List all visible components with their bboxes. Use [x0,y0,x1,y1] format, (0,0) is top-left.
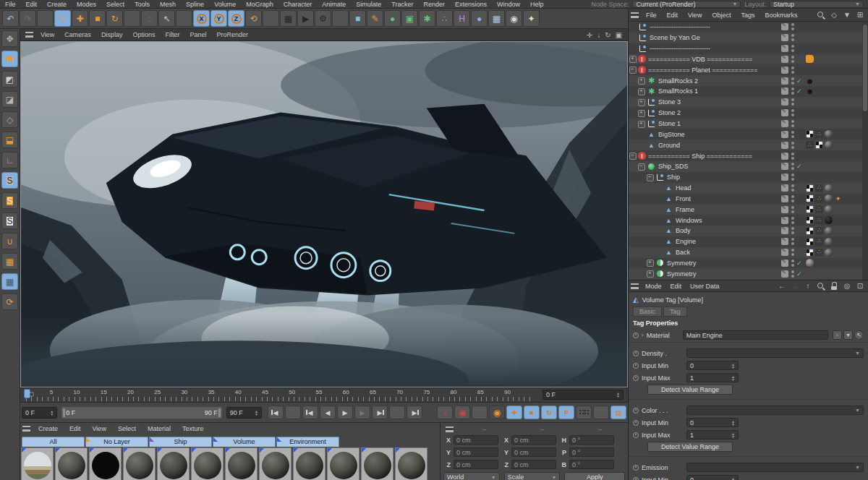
visibility-dots[interactable] [791,45,794,52]
x-axis-lock[interactable]: X [193,10,210,27]
layer-tab[interactable]: All [22,437,85,447]
menu-item[interactable]: Tracker [386,1,418,8]
input-min-field[interactable]: 0▲▼ [686,361,739,370]
material-menu-item[interactable]: Select [112,425,142,432]
attribute-menu-item[interactable]: Edit [666,283,686,290]
visibility-dots[interactable] [791,227,794,234]
object-row[interactable]: Frame [629,204,868,215]
render-settings[interactable]: ⚙ [315,10,331,27]
sphere-icon[interactable] [825,194,833,202]
visibility-dots[interactable] [791,77,794,85]
axis-mode[interactable]: ∟ [1,152,18,168]
rotate-view[interactable]: ↻ [605,31,610,39]
menu-item[interactable]: MoGraph [241,1,278,8]
dropdown-icon[interactable]: ▾ [843,330,853,340]
visibility-dots[interactable] [791,98,794,106]
search[interactable] [817,11,825,20]
expand-toggle-icon[interactable] [655,206,663,213]
deformer[interactable]: ✱ [419,10,435,27]
checker-icon[interactable] [806,216,814,224]
menu-item[interactable]: Volume [209,1,241,8]
visibility-dots[interactable] [791,67,794,74]
dots-icon[interactable] [815,249,823,257]
object-name[interactable]: Symmetry [667,260,697,267]
animation-dot-icon[interactable] [633,351,639,356]
animation-dot-icon[interactable] [633,420,639,426]
visibility-dots[interactable] [791,109,794,116]
move[interactable]: ✚ [72,10,88,27]
detect-value-range-button[interactable]: Detect Value Range [647,385,733,395]
object-name[interactable]: Scene by Yan Ge [650,34,700,41]
coordinate-space-select[interactable]: World▼ [443,472,500,480]
material-menu-item[interactable]: Texture [176,425,210,432]
material-menu-icon[interactable] [22,426,30,432]
viewport-menu-item[interactable]: Panel [184,31,211,38]
menu-item[interactable]: Extensions [450,1,492,8]
object-name[interactable]: Windows [676,217,702,224]
object-name[interactable]: BigStone [658,131,685,138]
stepper-icon[interactable]: ▲▼ [252,410,258,416]
channel-select[interactable]: ▼ [686,463,864,472]
edit-toggle-icon[interactable] [781,34,788,41]
render-view[interactable]: ▦ [280,10,297,27]
spline-pen[interactable]: ✎ [367,10,383,27]
object-name[interactable]: ---------------------------- [650,45,710,52]
undo[interactable]: ↶ [2,10,19,27]
viewport-menu-item[interactable]: Options [127,31,160,38]
visibility-dots[interactable] [791,270,794,278]
viewport-canvas[interactable] [20,41,628,387]
dots-icon[interactable] [815,130,823,138]
edit-toggle-icon[interactable] [781,45,788,52]
object-name[interactable]: Engine [676,238,696,245]
coord-position-field[interactable]: 0 cm [454,460,498,469]
edit-toggle-icon[interactable] [781,131,788,138]
sphere-icon[interactable] [825,205,833,213]
expand-toggle-icon[interactable] [637,142,646,148]
selection-tool[interactable]: ↖ [158,10,175,27]
menu-item[interactable]: Window [492,1,525,8]
menu-item[interactable]: Animate [317,1,351,8]
expand-toggle-icon[interactable] [637,163,646,170]
key-scale[interactable]: ■ [524,406,540,419]
apply-button[interactable]: Apply [564,472,625,480]
goto-start[interactable]: ◀ [268,406,284,419]
timeline-ruler[interactable]: 051015202530354045505560657075808590 [20,388,540,403]
model-tool[interactable]: ✥ [1,30,18,47]
menu-item[interactable]: Create [42,1,72,8]
search[interactable] [817,282,825,291]
layer-tab[interactable]: Volume [213,437,276,447]
object-name[interactable]: Stone 1 [658,120,681,127]
object-name[interactable]: Back [676,249,690,256]
material-thumbnail[interactable] [21,447,54,480]
stepper-icon[interactable]: ▲▼ [728,363,735,369]
snap-enable[interactable]: S [1,172,18,189]
scale[interactable]: ■ [89,10,106,27]
subdivision-surface[interactable]: ● [384,10,401,27]
checker-icon[interactable] [815,141,823,149]
path-bar[interactable]: ◇ [830,11,838,20]
expand-toggle-icon[interactable] [637,88,646,95]
animation-dot-icon[interactable] [633,375,639,381]
object-row[interactable]: SmallRocks 2 ✓ [629,75,868,86]
visibility-dots[interactable] [791,142,794,149]
menu-item[interactable]: Render [418,1,450,8]
checker-icon[interactable] [806,227,814,235]
live-selection[interactable]: ↖ [54,10,71,27]
visibility-dots[interactable] [791,87,794,95]
object-manager-menu-item[interactable]: Bookmarks [760,12,802,19]
expand-toggle-icon[interactable] [629,24,637,30]
visibility-dots[interactable] [791,56,794,63]
z-axis-lock[interactable]: Z [228,10,244,27]
pan-view[interactable]: ✛ [587,31,592,39]
object-row[interactable]: Stone 1 [629,119,868,129]
object-row[interactable]: Stone 3 [629,97,868,108]
material-link-field[interactable]: Main Engine [683,330,828,340]
object-manager-menu-item[interactable]: Tags [736,12,760,19]
object-row[interactable]: =========== Planet ============ [629,64,868,75]
material-thumbnail[interactable] [225,447,258,480]
maximize-view[interactable]: ▣ [616,31,622,39]
enabled-check-icon[interactable]: ✓ [796,77,802,85]
detect-value-range-button[interactable]: Detect Value Range [647,442,733,452]
animation-dot-icon[interactable] [633,363,639,369]
expand-toggle-icon[interactable] [629,46,637,52]
